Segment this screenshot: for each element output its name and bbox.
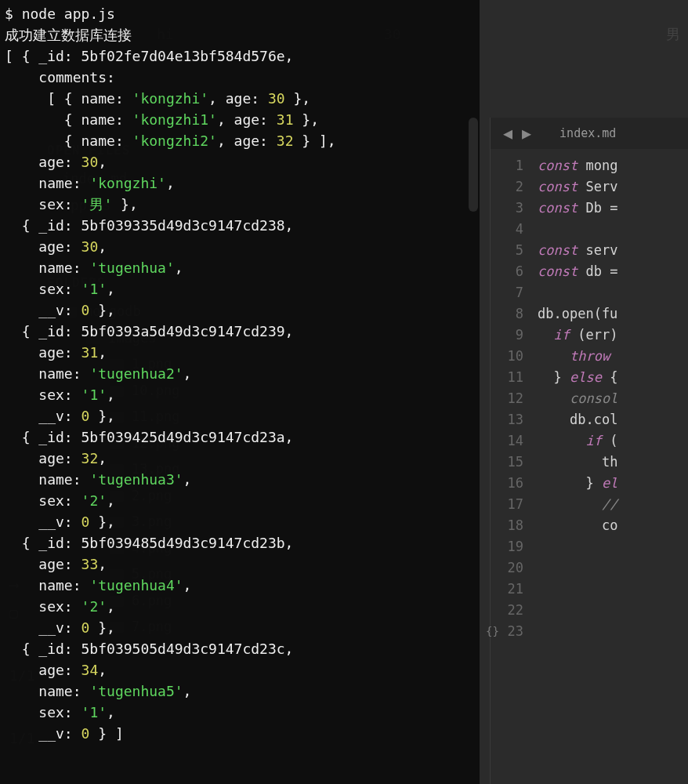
- line-content: [538, 579, 688, 600]
- code-line: 4: [491, 219, 688, 240]
- line-content: const serv: [538, 240, 688, 261]
- line-content: consol: [538, 388, 688, 409]
- line-number: 15: [491, 452, 538, 473]
- code-line: 2const Serv: [491, 176, 688, 198]
- code-line: 8db.open(fu: [491, 303, 688, 325]
- code-line: 22: [491, 600, 688, 621]
- line-number: 7: [491, 282, 538, 303]
- line-content: throw: [538, 346, 688, 367]
- line-number: 11: [491, 367, 538, 388]
- line-content: } else {: [538, 367, 688, 388]
- line-content: db.col: [538, 409, 688, 430]
- line-content: [538, 536, 688, 557]
- code-line: 17 //: [491, 494, 688, 515]
- line-number: 1: [491, 155, 538, 176]
- line-number: 22: [491, 600, 538, 621]
- tab-label[interactable]: index.md: [536, 125, 616, 143]
- line-number: 14: [491, 430, 538, 452]
- code-line: 20: [491, 557, 688, 579]
- line-content: db.open(fu: [538, 303, 688, 325]
- line-content: co: [538, 515, 688, 536]
- fold-marker: {}: [486, 623, 499, 640]
- code-line: 6const db =: [491, 261, 688, 282]
- line-number: 20: [491, 557, 538, 579]
- tab-nav-prev-icon[interactable]: ◀: [498, 122, 517, 145]
- line-number: 13: [491, 409, 538, 430]
- code-line: 12 consol: [491, 388, 688, 409]
- code-line: 19: [491, 536, 688, 557]
- line-number: 5: [491, 240, 538, 261]
- tab-nav-next-icon[interactable]: ▶: [517, 122, 536, 145]
- line-number: 2: [491, 176, 538, 198]
- line-content: const Db =: [538, 198, 688, 219]
- line-content: const mong: [538, 155, 688, 176]
- line-number: 8: [491, 303, 538, 325]
- code-line: 23: [491, 621, 688, 642]
- line-number: 6: [491, 261, 538, 282]
- bg-hint-text: 男: [666, 24, 680, 45]
- line-content: th: [538, 452, 688, 473]
- line-number: 18: [491, 515, 538, 536]
- code-editor-body[interactable]: 1const mong2const Serv3const Db =45const…: [491, 149, 688, 642]
- line-content: [538, 621, 688, 642]
- line-content: [538, 219, 688, 240]
- line-number: 9: [491, 325, 538, 346]
- editor-pane: ◀ ▶ index.md 1const mong2const Serv3cons…: [490, 118, 688, 784]
- scrollbar[interactable]: [469, 118, 478, 212]
- line-content: const db =: [538, 261, 688, 282]
- line-content: const Serv: [538, 176, 688, 198]
- code-line: 1const mong: [491, 155, 688, 176]
- line-number: 10: [491, 346, 538, 367]
- code-line: 11 } else {: [491, 367, 688, 388]
- line-content: //: [538, 494, 688, 515]
- code-line: 16 } el: [491, 473, 688, 494]
- terminal-output[interactable]: $ node app.js 成功建立数据库连接 [ { _id: 5bf02fe…: [0, 0, 480, 784]
- code-line: 7: [491, 282, 688, 303]
- code-line: 14 if (: [491, 430, 688, 452]
- line-content: [538, 557, 688, 579]
- code-line: 10 throw: [491, 346, 688, 367]
- code-line: 9 if (err): [491, 325, 688, 346]
- code-line: 13 db.col: [491, 409, 688, 430]
- line-number: 21: [491, 579, 538, 600]
- line-content: if (: [538, 430, 688, 452]
- line-number: 12: [491, 388, 538, 409]
- code-line: 21: [491, 579, 688, 600]
- code-line: 15 th: [491, 452, 688, 473]
- line-number: 19: [491, 536, 538, 557]
- line-number: 4: [491, 219, 538, 240]
- code-line: 3const Db =: [491, 198, 688, 219]
- code-line: 18 co: [491, 515, 688, 536]
- line-number: 16: [491, 473, 538, 494]
- line-content: if (err): [538, 325, 688, 346]
- line-content: } el: [538, 473, 688, 494]
- line-number: 3: [491, 198, 538, 219]
- line-number: 17: [491, 494, 538, 515]
- code-line: 5const serv: [491, 240, 688, 261]
- line-content: [538, 600, 688, 621]
- editor-tabs: ◀ ▶ index.md: [491, 118, 688, 149]
- line-content: [538, 282, 688, 303]
